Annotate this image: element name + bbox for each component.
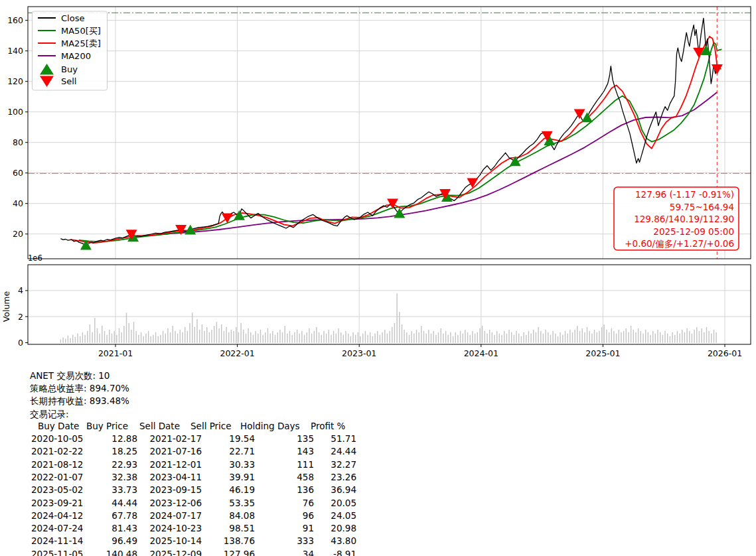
trade-row: 2024-11-1496.492025-10-14138.7633343.80 [0,535,372,548]
trade-records-label: 交易记录: [30,408,69,421]
svg-text:2025-12-09 05:00: 2025-12-09 05:00 [653,226,734,237]
svg-text:4: 4 [18,285,23,295]
trades-count-text: ANET 交易次数: 10 [30,370,110,382]
svg-text:2025-01: 2025-01 [585,348,620,358]
svg-text:2: 2 [18,312,23,322]
sell-date-cell: 2025-10-14 [140,535,202,546]
buy-price-cell: 32.38 [90,472,137,482]
header-profit-pct: Profit % [311,421,345,431]
volume-y-axis: 0241e6Volume [1,253,42,348]
svg-text:80: 80 [13,137,23,147]
profit-pct-cell: 20.98 [314,523,356,533]
buy-price-cell: 22.93 [90,459,137,470]
strategy-backtest-page: { "chart_data": { "type": "line", "symbo… [0,0,756,556]
sell-price-cell: 46.19 [202,484,255,495]
sell-price-cell: 19.54 [202,433,255,444]
svg-text:120: 120 [7,76,23,86]
svg-text:160: 160 [7,15,23,25]
sell-date-cell: 2021-02-17 [140,433,202,444]
svg-text:129.86/140.19/112.90: 129.86/140.19/112.90 [634,214,734,224]
profit-pct-cell: 51.71 [314,433,356,444]
profit-pct-cell: 43.80 [314,535,356,546]
trade-row: 2024-04-1267.782024-07-1784.089624.05 [0,510,372,523]
holding-days-cell: 34 [255,549,314,556]
buy-date-cell: 2021-02-22 [31,446,92,456]
svg-text:Buy: Buy [61,64,78,74]
trade-row: 2023-09-2144.442023-12-0653.357620.05 [0,498,372,510]
sell-price-cell: 138.76 [202,535,255,546]
x-axis: 2021-012022-012023-012024-012025-012026-… [98,344,742,358]
holding-days-cell: 76 [255,498,314,508]
trade-row: 2024-07-2481.432024-10-2398.519120.98 [0,523,372,535]
svg-text:2023-01: 2023-01 [342,348,376,358]
trade-row: 2021-02-2218.252021-07-1622.7114324.44 [0,446,372,458]
holding-days-cell: 333 [255,535,314,546]
profit-pct-cell: 36.94 [314,484,356,495]
buy-date-cell: 2020-10-05 [31,433,92,444]
svg-text:40: 40 [13,198,23,208]
header-holding-days: Holding Days [240,421,300,431]
strategy-return-text: 策略总收益率: 894.70% [30,382,129,395]
profit-pct-cell: 32.27 [314,459,356,470]
sell-price-cell: 53.35 [202,498,255,508]
trade-row: 2022-01-0732.382023-04-1139.9145823.26 [0,472,372,484]
volume-axis-label: Volume [1,291,11,322]
svg-text:+0.60/偏多/+1.27/+0.06: +0.60/偏多/+1.27/+0.06 [625,238,734,249]
svg-text:2021-01: 2021-01 [98,348,133,358]
svg-text:MA200: MA200 [61,51,91,61]
volume-bars [60,293,717,343]
profit-pct-cell: 20.05 [314,498,356,508]
svg-text:140: 140 [7,46,23,56]
svg-text:127.96 (-1.17 -0.91%): 127.96 (-1.17 -0.91%) [635,189,734,200]
buy-price-cell: 81.43 [90,523,137,533]
volume-offset-label: 1e6 [28,253,42,263]
buy-date-cell: 2022-01-07 [31,472,92,482]
sell-date-cell: 2023-04-11 [140,472,202,482]
buy-date-cell: 2024-07-24 [31,523,92,533]
holding-days-cell: 458 [255,472,314,482]
svg-text:Sell: Sell [61,76,76,86]
buy-price-cell: 140.48 [90,549,137,556]
profit-pct-cell: 24.44 [314,446,356,456]
svg-text:20: 20 [13,229,23,239]
sell-price-cell: 127.96 [202,549,255,556]
trade-row: 2025-11-05140.482025-12-09127.9634-8.91 [0,549,372,556]
sell-date-cell: 2025-12-09 [140,549,202,556]
header-sell-date: Sell Date [139,421,180,431]
sell-price-cell: 22.71 [202,446,255,456]
grid-lines [28,7,751,344]
trade-row: 2023-05-0233.732023-09-1546.1913636.94 [0,484,372,497]
buy-date-cell: 2024-11-14 [31,535,92,546]
buy-price-cell: 12.88 [90,433,137,444]
buy-date-cell: 2025-11-05 [31,549,92,556]
svg-text:2026-01: 2026-01 [708,348,742,358]
holding-days-cell: 111 [255,459,314,470]
svg-text:0: 0 [18,338,23,348]
sell-date-cell: 2023-09-15 [140,484,202,495]
buy-price-cell: 96.49 [90,535,137,546]
sell-date-cell: 2024-10-23 [140,523,202,533]
sell-price-cell: 30.33 [202,459,255,470]
header-sell-price: Sell Price [190,421,232,431]
holding-days-cell: 91 [255,523,314,533]
legend: CloseMA50[买]MA25[卖]MA200BuySell [33,11,108,90]
holding-days-cell: 143 [255,446,314,456]
profit-pct-cell: -8.91 [314,549,356,556]
price-volume-chart: 204060801001201401600241e6Volume2021-012… [0,0,756,365]
svg-text:Close: Close [61,13,84,23]
sell-date-cell: 2021-12-01 [140,459,202,470]
sell-date-cell: 2024-07-17 [140,510,202,521]
price-annotation-box: 127.96 (-1.17 -0.91%)59.75~164.94129.86/… [614,187,739,250]
header-buy-date: Buy Date [38,421,79,431]
buy-date-cell: 2021-08-12 [31,459,92,470]
holding-days-cell: 96 [255,510,314,521]
buy-price-cell: 67.78 [90,510,137,521]
buy-price-cell: 33.73 [90,484,137,495]
svg-text:2022-01: 2022-01 [220,348,254,358]
svg-text:59.75~164.94: 59.75~164.94 [670,202,734,212]
sell-price-cell: 98.51 [202,523,255,533]
sell-date-cell: 2021-07-16 [140,446,202,456]
svg-text:100: 100 [7,107,23,117]
y-axis: 20406080100120140160 [7,15,28,239]
sell-date-cell: 2023-12-06 [140,498,202,508]
